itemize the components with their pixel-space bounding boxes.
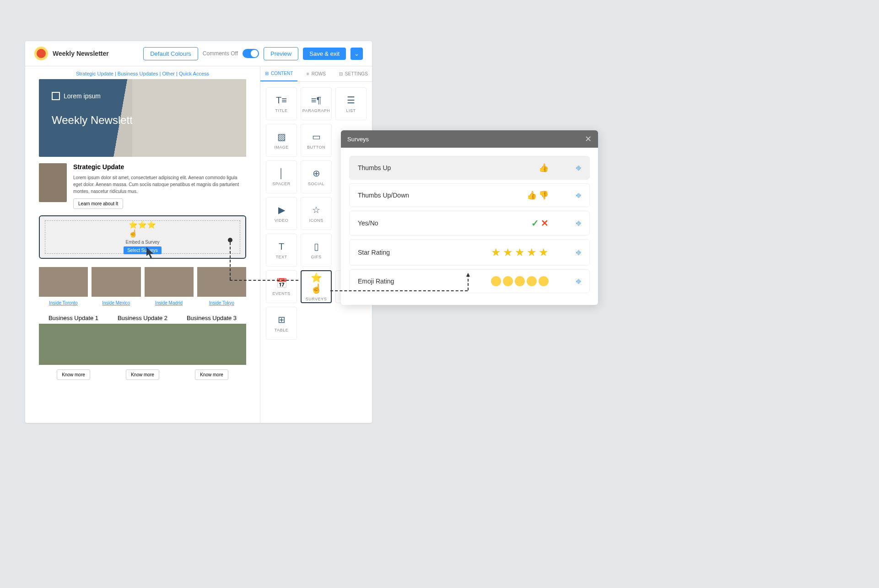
- business-row: Business Update 1 Business Update 2 Busi…: [39, 315, 246, 365]
- connector-dot: [228, 238, 232, 242]
- survey-option-thumbs-up[interactable]: Thumbs Up 👍 ⎆: [349, 156, 590, 180]
- email-editor-app: Weekly Newsletter Default Colours Commen…: [25, 41, 372, 423]
- strategic-title: Strategic Update: [73, 163, 246, 171]
- star-icon: ★: [539, 246, 549, 259]
- save-exit-button[interactable]: Save & exit: [303, 48, 346, 60]
- list-icon: ☰: [347, 95, 355, 106]
- survey-name-star: Star Rating: [358, 249, 491, 256]
- business-item-1[interactable]: Business Update 1: [39, 315, 108, 365]
- inside-mexico-image: [92, 267, 140, 297]
- preview-button[interactable]: Preview: [264, 47, 298, 60]
- tab-content[interactable]: ⊞ CONTENT: [260, 66, 297, 81]
- know-more-1[interactable]: Know more: [57, 369, 90, 380]
- insert-icon[interactable]: ⎆: [576, 248, 581, 257]
- block-gifs[interactable]: ▯GIFS: [301, 234, 332, 267]
- inside-madrid-link[interactable]: Inside Madrid: [155, 300, 183, 305]
- popup-title: Surveys: [347, 136, 369, 143]
- image-icon: ▨: [277, 131, 286, 142]
- cursor-icon: [146, 247, 156, 262]
- insert-icon[interactable]: ⎆: [576, 219, 581, 228]
- tab-content-label: CONTENT: [271, 71, 293, 76]
- table-icon: ⊞: [278, 314, 286, 325]
- button-icon: ▭: [312, 131, 321, 142]
- strategic-text: Strategic Update Lorem ipsum dolor sit a…: [73, 163, 246, 209]
- block-video[interactable]: ▶VIDEO: [266, 197, 297, 230]
- tab-rows[interactable]: ≡ ROWS: [297, 66, 334, 81]
- tab-settings[interactable]: ⊟ SETTINGS: [335, 66, 372, 81]
- editor-layout: Strategic Update | Business Updates | Ot…: [25, 66, 372, 423]
- hero-logo-icon: [52, 92, 60, 100]
- know-more-2[interactable]: Know more: [126, 369, 159, 380]
- inside-item-toronto[interactable]: Inside Toronto: [39, 267, 88, 306]
- inside-item-madrid[interactable]: Inside Madrid: [145, 267, 194, 306]
- block-table[interactable]: ⊞TABLE: [266, 307, 297, 340]
- inside-tokyo-link[interactable]: Inside Tokyo: [209, 300, 234, 305]
- emoji-icon: [491, 276, 501, 286]
- text-icon: T: [279, 241, 284, 252]
- block-events[interactable]: 📅EVENTS: [266, 270, 297, 303]
- popup-header: Surveys ✕: [341, 130, 598, 148]
- comments-toggle[interactable]: [243, 49, 259, 58]
- paragraph-icon: ≡¶: [311, 95, 321, 106]
- star-icon: ★: [503, 246, 513, 259]
- inside-toronto-link[interactable]: Inside Toronto: [49, 300, 78, 305]
- know-more-row: Know more Know more Know more: [39, 369, 246, 380]
- survey-option-thumbs-updown[interactable]: Thumbs Up/Down 👍👎 ⎆: [349, 183, 590, 207]
- business-title-1: Business Update 1: [39, 315, 108, 321]
- emoji-icon: [527, 276, 537, 286]
- preview-emoji: [491, 276, 549, 286]
- survey-option-yesno[interactable]: Yes/No ✓✕ ⎆: [349, 211, 590, 235]
- brand-logo: [34, 47, 48, 60]
- business-item-2[interactable]: Business Update 2: [108, 315, 177, 365]
- survey-dropzone[interactable]: ⭐⭐⭐☝ Embed a Survey Select Surveys: [39, 215, 246, 259]
- preview-yesno: ✓✕: [531, 218, 549, 229]
- video-icon: ▶: [278, 204, 285, 215]
- hero-block[interactable]: Lorem ipsum Weekly Newsletter: [39, 79, 246, 157]
- connector-line: [230, 242, 231, 280]
- default-colours-button[interactable]: Default Colours: [143, 47, 198, 60]
- surveys-popup: Surveys ✕ Thumbs Up 👍 ⎆ Thumbs Up/Down 👍…: [341, 130, 598, 305]
- inside-mexico-link[interactable]: Inside Mexico: [102, 300, 130, 305]
- emoji-icon: [503, 276, 513, 286]
- insert-icon[interactable]: ⎆: [576, 191, 581, 200]
- block-icons[interactable]: ☆ICONS: [301, 197, 332, 230]
- emoji-icon: [515, 276, 525, 286]
- inside-item-tokyo[interactable]: Inside Tokyo: [197, 267, 246, 306]
- block-button[interactable]: ▭BUTTON: [301, 124, 332, 157]
- survey-name-thumbs-up: Thumbs Up: [358, 164, 539, 171]
- preview-star: ★★★★★: [491, 246, 549, 259]
- block-image[interactable]: ▨IMAGE: [266, 124, 297, 157]
- comments-label: Comments Off: [203, 50, 238, 57]
- inside-item-mexico[interactable]: Inside Mexico: [92, 267, 140, 306]
- connector-line: [330, 290, 468, 291]
- survey-option-star[interactable]: Star Rating ★★★★★ ⎆: [349, 239, 590, 266]
- insert-icon[interactable]: ⎆: [576, 277, 581, 286]
- block-title[interactable]: T≡TITLE: [266, 87, 297, 120]
- document-title: Weekly Newsletter: [53, 50, 109, 57]
- block-paragraph[interactable]: ≡¶PARAGRAPH: [301, 87, 332, 120]
- block-social[interactable]: ⊕SOCIAL: [301, 160, 332, 193]
- block-surveys[interactable]: ⭐☝SURVEYS: [301, 270, 332, 303]
- strategic-update-block[interactable]: Strategic Update Lorem ipsum dolor sit a…: [39, 163, 246, 209]
- panel-tabs: ⊞ CONTENT ≡ ROWS ⊟ SETTINGS: [260, 66, 372, 82]
- know-more-3[interactable]: Know more: [195, 369, 228, 380]
- rows-icon: ≡: [307, 71, 309, 76]
- block-list[interactable]: ☰LIST: [335, 87, 367, 120]
- inside-tokyo-image: [197, 267, 246, 297]
- breadcrumb[interactable]: Strategic Update | Business Updates | Ot…: [39, 71, 246, 76]
- save-dropdown-button[interactable]: ⌄: [351, 48, 363, 60]
- block-text[interactable]: TTEXT: [266, 234, 297, 267]
- strategic-image: [39, 163, 67, 202]
- block-spacer[interactable]: │SPACER: [266, 160, 297, 193]
- insert-icon[interactable]: ⎆: [576, 163, 581, 173]
- app-header: Weekly Newsletter Default Colours Commen…: [25, 41, 372, 66]
- title-icon: T≡: [276, 95, 287, 106]
- business-item-3[interactable]: Business Update 3: [177, 315, 246, 365]
- hero-logo-text: Lorem ipsum: [64, 92, 101, 100]
- preview-thumbs-updown: 👍👎: [527, 190, 549, 200]
- business-image-1: [39, 324, 108, 365]
- learn-more-button[interactable]: Learn more about It: [73, 198, 123, 209]
- close-icon[interactable]: ✕: [585, 134, 592, 144]
- emoji-icon: [539, 276, 549, 286]
- social-icon: ⊕: [313, 168, 320, 179]
